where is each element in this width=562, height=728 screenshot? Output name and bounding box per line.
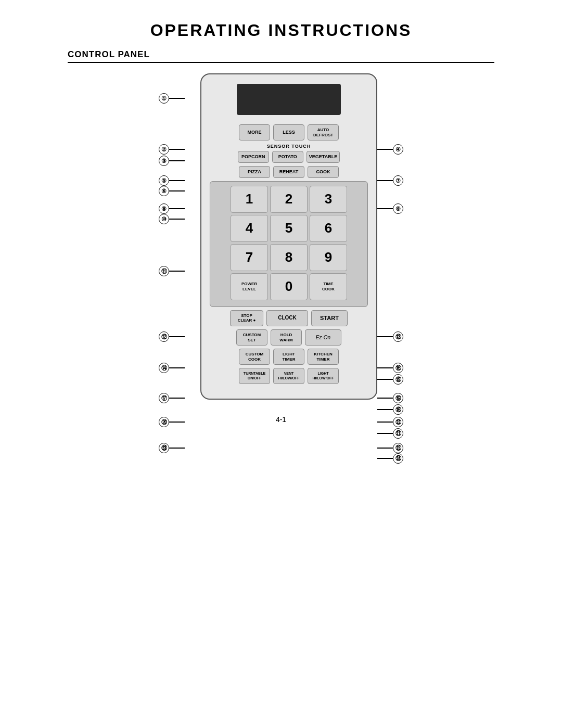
num-4-button[interactable]: 4 (231, 215, 268, 242)
callout-9: ⑨ (393, 203, 403, 214)
custom-cook-button[interactable]: CUSTOMCOOK (239, 349, 270, 365)
num-3-button[interactable]: 3 (310, 186, 347, 213)
num-5-button[interactable]: 5 (270, 215, 308, 242)
vent-button[interactable]: VENTHI/LOW/OFF (273, 368, 304, 384)
row-custom-set: CUSTOMSET HOLDWARM Ez-On (210, 329, 368, 346)
popcorn-button[interactable]: POPCORN (238, 151, 269, 163)
callout-12: ⑫ (159, 331, 169, 342)
page-title: OPERATING INSTRUCTIONS (150, 21, 412, 40)
num-2-button[interactable]: 2 (270, 186, 308, 213)
page-number: 4-1 (276, 415, 286, 424)
numpad-row-3: 7 8 9 (215, 244, 362, 271)
start-button[interactable]: START (311, 310, 348, 326)
light-timer-button[interactable]: LIGHTTIMER (273, 349, 304, 365)
num-6-button[interactable]: 6 (310, 215, 347, 242)
callout-23: ㉓ (159, 443, 169, 453)
num-0-button[interactable]: 0 (270, 273, 308, 300)
num-9-button[interactable]: 9 (310, 244, 347, 271)
callout-13: ⑬ (393, 331, 403, 342)
callout-17: ⑰ (159, 393, 169, 403)
row-custom-cook: CUSTOMCOOK LIGHTTIMER KITCHENTIMER (210, 349, 368, 365)
cook-button[interactable]: COOK (308, 166, 339, 178)
callout-14: ⑭ (159, 363, 169, 373)
callout-18: ⑱ (393, 404, 403, 415)
callout-16: ⑯ (393, 363, 403, 373)
reheat-button[interactable]: REHEAT (273, 166, 304, 178)
section-header: CONTROL PANEL (68, 49, 494, 63)
potato-button[interactable]: POTATO (272, 151, 303, 163)
numpad-row-1: 1 2 3 (215, 186, 362, 213)
numpad: 1 2 3 4 5 6 7 8 9 POWERLEVEL 0 TIMECOOK (210, 181, 368, 307)
callout-8: ⑧ (159, 203, 169, 214)
row-more-less-defrost: MORE LESS AUTODEFROST (210, 124, 368, 141)
light-button[interactable]: LIGHTHI/LOW/OFF (308, 368, 339, 384)
row-sensor-buttons: POPCORN POTATO VEGETABLE (210, 151, 368, 163)
row-turntable: TURNTABLEON/OFF VENTHI/LOW/OFF LIGHTHI/L… (210, 368, 368, 384)
num-7-button[interactable]: 7 (231, 244, 268, 271)
clock-button[interactable]: CLOCK (266, 310, 308, 326)
numpad-row-2: 4 5 6 (215, 215, 362, 242)
hold-warm-button[interactable]: HOLDWARM (271, 329, 302, 346)
callout-1: ① (159, 93, 169, 104)
diagram-container: ① ② ③ ⑤ ⑥ ⑧ ⑩ (68, 73, 494, 400)
kitchen-timer-button[interactable]: KITCHENTIMER (308, 349, 339, 365)
callout-7: ⑦ (393, 175, 403, 186)
num-8-button[interactable]: 8 (270, 244, 308, 271)
callout-25: ㉕ (393, 443, 403, 453)
callout-24: ㉔ (393, 453, 403, 464)
callout-2: ② (159, 144, 169, 155)
callout-4: ④ (393, 144, 403, 155)
time-cook-button[interactable]: TIMECOOK (310, 273, 347, 300)
auto-defrost-button[interactable]: AUTODEFROST (308, 124, 339, 141)
callout-3: ③ (159, 156, 169, 166)
custom-set-button[interactable]: CUSTOMSET (236, 329, 267, 346)
callout-15: ⑮ (393, 374, 403, 385)
callout-11: ⑪ (159, 266, 169, 276)
callout-5: ⑤ (159, 175, 169, 186)
stop-clear-button[interactable]: STOPCLEAR ● (230, 310, 263, 326)
less-button[interactable]: LESS (273, 124, 304, 141)
callout-6: ⑥ (159, 186, 169, 196)
callout-19: ⑲ (393, 393, 403, 403)
more-button[interactable]: MORE (239, 124, 270, 141)
pizza-button[interactable]: PIZZA (239, 166, 270, 178)
sensor-touch-label: SENSOR TOUCH (210, 144, 368, 149)
vegetable-button[interactable]: VEGETABLE (306, 151, 340, 163)
display-screen (237, 84, 341, 115)
power-level-button[interactable]: POWERLEVEL (231, 273, 268, 300)
callout-21: ㉑ (393, 428, 403, 439)
numpad-row-0: POWERLEVEL 0 TIMECOOK (215, 273, 362, 300)
row-stop-clock-start: STOPCLEAR ● CLOCK START (210, 310, 368, 326)
ez-on-button[interactable]: Ez-On (305, 329, 341, 346)
callout-20: ⑳ (159, 417, 169, 427)
num-1-button[interactable]: 1 (231, 186, 268, 213)
turntable-button[interactable]: TURNTABLEON/OFF (239, 368, 270, 384)
callout-10: ⑩ (159, 214, 169, 224)
callout-22: ㉒ (393, 417, 403, 427)
microwave-panel: MORE LESS AUTODEFROST SENSOR TOUCH POPCO… (200, 73, 377, 400)
row-pizza-reheat-cook: PIZZA REHEAT COOK (210, 166, 368, 178)
